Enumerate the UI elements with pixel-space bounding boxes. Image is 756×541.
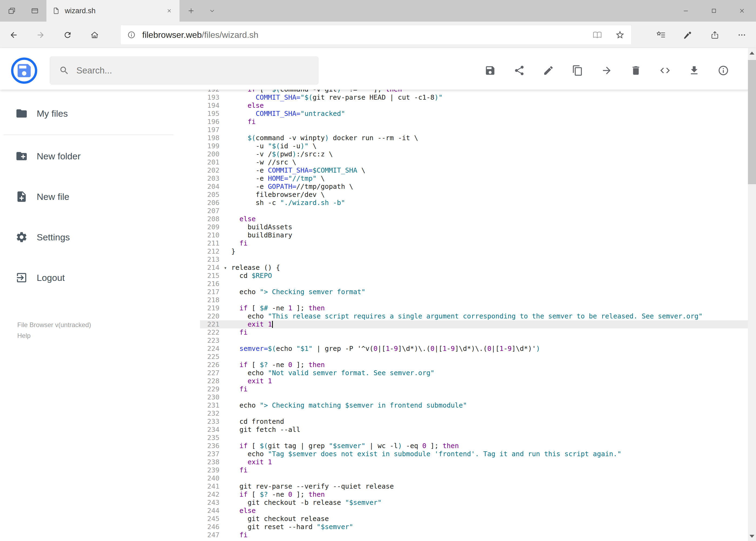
code-line-203[interactable]: 203 -e HOME="//tmp" \ [200,175,756,183]
code-line-230[interactable]: 230 [200,393,756,401]
code-line-192[interactable]: 192 if [ "$(command -v git)" != "" ]; th… [200,90,756,94]
new-tab-button[interactable] [179,0,203,22]
browser-tab[interactable]: wizard.sh [46,0,179,22]
hub-favorites-button[interactable] [647,22,674,48]
code-line-201[interactable]: 201 -w //src \ [200,158,756,166]
rename-button[interactable] [543,65,554,76]
code-line-241[interactable]: 241 git rev-parse --verify --quiet relea… [200,482,756,490]
code-line-215[interactable]: 215 cd $REPO [200,272,756,280]
sidebar-item-logout[interactable]: Logout [0,258,200,298]
minimize-button[interactable] [672,0,700,22]
code-line-197[interactable]: 197 [200,126,756,134]
filebrowser-logo[interactable] [11,57,38,84]
code-line-212[interactable]: 212} [200,248,756,256]
code-line-199[interactable]: 199 -u "$(id -u)" \ [200,142,756,150]
sidebar-item-new-file[interactable]: New file [0,176,200,217]
code-line-246[interactable]: 246 git reset --hard "$semver" [200,523,756,531]
code-line-207[interactable]: 207 [200,207,756,215]
maximize-button[interactable] [700,0,728,22]
code-line-204[interactable]: 204 -e GOPATH=//tmp/gopath \ [200,183,756,191]
code-line-221[interactable]: 221 exit 1 [200,320,756,328]
home-button[interactable] [81,22,108,48]
sidebar-item-my-files[interactable]: My files [0,93,200,134]
fold-marker-icon[interactable]: ▾ [219,264,231,272]
code-line-214[interactable]: 214▾release () { [200,264,756,272]
code-line-195[interactable]: 195 COMMIT_SHA="untracked" [200,110,756,118]
info-button[interactable] [717,65,729,76]
address-bar[interactable]: filebrowser.web/files/wizard.sh [121,25,631,45]
code-line-206[interactable]: 206 sh -c "./wizard.sh -b" [200,199,756,207]
code-line-239[interactable]: 239 fi [200,466,756,474]
code-line-210[interactable]: 210 buildBinary [200,231,756,239]
tab-list-button[interactable] [203,0,222,22]
more-options-button[interactable] [728,22,755,48]
code-line-244[interactable]: 244 else [200,507,756,515]
code-line-245[interactable]: 245 git checkout release [200,515,756,523]
site-info-icon[interactable] [121,31,142,39]
code-line-209[interactable]: 209 buildAssets [200,223,756,231]
code-line-236[interactable]: 236 if [ $(git tag | grep "$semver" | wc… [200,442,756,450]
code-line-231[interactable]: 231 echo "> Checking matching $semver in… [200,401,756,409]
help-link[interactable]: Help [17,330,200,341]
code-line-223[interactable]: 223 [200,336,756,345]
code-line-202[interactable]: 202 -e COMMIT_SHA=$COMMIT_SHA \ [200,166,756,175]
code-line-229[interactable]: 229 fi [200,385,756,393]
code-line-211[interactable]: 211 fi [200,239,756,248]
code-line-238[interactable]: 238 exit 1 [200,458,756,466]
share-button[interactable] [513,65,525,76]
refresh-button[interactable] [54,22,81,48]
code-line-226[interactable]: 226 if [ $? -ne 0 ]; then [200,361,756,369]
code-line-237[interactable]: 237 echo "Tag $semver does not exist in … [200,450,756,458]
code-line-194[interactable]: 194 else [200,102,756,110]
code-line-196[interactable]: 196 fi [200,118,756,126]
set-tabs-aside-button[interactable] [0,0,23,22]
forward-button[interactable] [27,22,54,48]
code-line-247[interactable]: 247 fi [200,531,756,539]
scrollbar-thumb[interactable] [748,60,756,184]
code-line-243[interactable]: 243 git checkout -b release "$semver" [200,499,756,507]
code-line-233[interactable]: 233 cd frontend [200,417,756,426]
search-input[interactable] [76,65,309,76]
code-line-193[interactable]: 193 COMMIT_SHA="$(git rev-parse HEAD | c… [200,94,756,102]
code-line-216[interactable]: 216 [200,280,756,288]
code-line-208[interactable]: 208 else [200,215,756,223]
delete-button[interactable] [630,65,642,76]
code-line-218[interactable]: 218 [200,296,756,304]
search-box[interactable] [50,56,319,85]
share-page-button[interactable] [701,22,728,48]
favorite-star-icon[interactable] [609,30,631,40]
page-scrollbar[interactable] [748,48,756,541]
code-line-219[interactable]: 219 if [ $# -ne 1 ]; then [200,304,756,312]
scrollbar-down-arrow[interactable] [748,531,756,541]
code-line-213[interactable]: 213 [200,256,756,264]
code-line-224[interactable]: 224 semver=$(echo "$1" | grep -P '^v(0|[… [200,345,756,353]
code-line-225[interactable]: 225 [200,353,756,361]
code-editor[interactable]: 192 if [ "$(command -v git)" != "" ]; th… [200,90,756,541]
download-button[interactable] [688,65,700,76]
scrollbar-up-arrow[interactable] [748,48,756,58]
code-line-228[interactable]: 228 exit 1 [200,377,756,385]
code-line-240[interactable]: 240 [200,474,756,482]
back-button[interactable] [0,22,27,48]
code-line-200[interactable]: 200 -v /$(pwd):/src:z \ [200,150,756,158]
copy-button[interactable] [572,65,584,76]
code-line-242[interactable]: 242 if [ $? -ne 0 ]; then [200,490,756,499]
code-line-235[interactable]: 235 [200,434,756,442]
source-view-button[interactable] [659,65,671,76]
reading-view-icon[interactable] [586,30,609,40]
code-line-220[interactable]: 220 echo "This release script requires a… [200,312,756,320]
tab-close-icon[interactable] [165,6,173,15]
code-line-205[interactable]: 205 filebrowser/dev \ [200,191,756,199]
sidebar-item-new-folder[interactable]: New folder [0,136,200,176]
code-line-217[interactable]: 217 echo "> Checking semver format" [200,288,756,296]
web-note-button[interactable] [674,22,701,48]
code-line-198[interactable]: 198 $(command -v winpty) docker run --rm… [200,134,756,142]
code-line-222[interactable]: 222 fi [200,328,756,336]
code-line-227[interactable]: 227 echo "Not valid semver format. See s… [200,369,756,377]
code-line-234[interactable]: 234 git fetch --all [200,426,756,434]
tab-preview-button[interactable] [23,0,46,22]
move-button[interactable] [601,65,613,76]
sidebar-item-settings[interactable]: Settings [0,217,200,258]
code-line-232[interactable]: 232 [200,409,756,417]
close-button[interactable] [728,0,756,22]
